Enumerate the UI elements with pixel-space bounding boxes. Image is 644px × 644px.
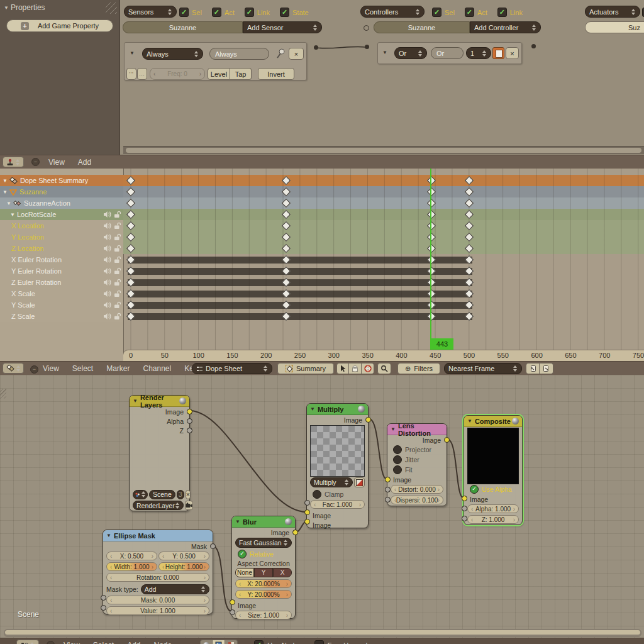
- keyframe-diamond[interactable]: [465, 289, 474, 298]
- node-row-pill[interactable]: Distort: 0.000: [391, 485, 443, 495]
- projector-checkbox[interactable]: [393, 445, 402, 454]
- node-socket-yellow[interactable]: [385, 477, 391, 482]
- node-socket-yellow[interactable]: [365, 417, 371, 423]
- keyframe-diamond[interactable]: [282, 255, 291, 264]
- mask-type-dropdown[interactable]: Add: [141, 584, 209, 594]
- keyframe-diamond[interactable]: [126, 187, 135, 196]
- keyframe-diamond[interactable]: [465, 187, 474, 196]
- channel-suzanneaction[interactable]: ▼SuzanneAction: [0, 197, 123, 209]
- menu-select[interactable]: Select: [93, 641, 114, 644]
- node-lens[interactable]: ▼Lens DistortionImageProjectorJitterFitI…: [387, 423, 447, 506]
- controller-type-dropdown[interactable]: Or: [394, 47, 427, 59]
- node-row-pill[interactable]: Size: 1.000: [235, 611, 292, 621]
- node-row-check[interactable]: ✓Use Alpha: [464, 484, 522, 494]
- keyframe-diamond[interactable]: [126, 267, 135, 275]
- current-frame-line[interactable]: [430, 169, 431, 350]
- controller-input-socket[interactable]: [365, 45, 369, 49]
- aspect-x-button[interactable]: X: [273, 568, 292, 577]
- node-socket-gray[interactable]: [230, 609, 235, 615]
- keyframe-diamond[interactable]: [126, 312, 135, 321]
- lock-icon[interactable]: [114, 211, 121, 218]
- keyframe-diamond[interactable]: [126, 210, 135, 219]
- keyframe-diamond[interactable]: [126, 244, 135, 253]
- node-row-check[interactable]: Fit: [387, 465, 447, 475]
- value-slider[interactable]: Z: 1.000: [467, 515, 519, 524]
- free-unused-checkbox[interactable]: ✓: [314, 640, 324, 644]
- node-composite[interactable]: ▼Composite✓Use AlphaImageAlpha: 1.000Z: …: [464, 415, 523, 525]
- node-row-pillanim[interactable]: Y: 20.000%: [235, 590, 292, 600]
- controller-brick-or[interactable]: ▼ Or Or 1 ×: [377, 42, 522, 64]
- controller-state-icon[interactable]: [492, 47, 504, 59]
- camera-icon[interactable]: [185, 501, 193, 510]
- value-slider[interactable]: Y: 20.000%: [235, 590, 292, 599]
- header-collapse-circle[interactable]: [47, 641, 55, 644]
- node-row-checker[interactable]: [307, 425, 368, 477]
- node-socket-yellow[interactable]: [292, 530, 298, 535]
- keyframe-diamond[interactable]: [282, 176, 291, 185]
- collapse-triangle-icon[interactable]: ▼: [133, 398, 138, 404]
- keyframe-diamond[interactable]: [126, 221, 135, 230]
- paste-keyframes-button[interactable]: [540, 363, 553, 374]
- shader-nodes-toggle[interactable]: [200, 640, 213, 644]
- mute-speaker-icon[interactable]: [103, 267, 111, 275]
- sensor-output-socket[interactable]: [314, 45, 318, 50]
- mute-speaker-icon[interactable]: [103, 313, 111, 320]
- node-row-out[interactable]: Image: [232, 528, 295, 537]
- node-socket-gray[interactable]: [101, 595, 106, 601]
- value-slider[interactable]: Height: 1.000: [158, 562, 209, 571]
- node-row-pill[interactable]: Value: 1.000: [106, 606, 209, 616]
- aspect-none-button[interactable]: None: [235, 568, 254, 577]
- node-row-pill[interactable]: Rotation: 0.000: [106, 573, 209, 583]
- node-ellipse[interactable]: ▼Ellipse MaskMaskX: 0.500Y: 0.500Width: …: [103, 530, 213, 614]
- node-socket-yellow[interactable]: [304, 519, 310, 525]
- node-socket-yellow[interactable]: [462, 496, 467, 501]
- keyframe-diamond[interactable]: [465, 210, 474, 219]
- channel-z-euler-rotation[interactable]: Z Euler Rotation: [0, 277, 123, 288]
- jitter-checkbox[interactable]: [393, 455, 402, 464]
- expand-triangle-icon[interactable]: ▼: [10, 212, 15, 218]
- menu-view[interactable]: View: [48, 158, 65, 167]
- editor-type-button[interactable]: [16, 640, 39, 644]
- channel-y-scale[interactable]: Y Scale: [0, 299, 123, 311]
- node-row-pill[interactable]: Z: 1.000: [467, 515, 519, 525]
- node-multiply[interactable]: ▼MultiplyImageMultiplyClampFac: 1.000Ima…: [306, 403, 369, 528]
- node-row-in[interactable]: Image: [307, 520, 368, 530]
- node-socket-gray[interactable]: [304, 500, 310, 506]
- node-row-pill[interactable]: Mask: 0.000: [106, 596, 209, 606]
- value-slider[interactable]: Rotation: 0.000: [106, 573, 209, 582]
- controller-output-socket[interactable]: [531, 44, 536, 48]
- keyframe-diamond[interactable]: [282, 289, 291, 298]
- node-socket-yellow[interactable]: [230, 599, 235, 605]
- collapse-triangle-icon[interactable]: ▼: [310, 406, 315, 412]
- node-socket-gray[interactable]: [101, 605, 106, 611]
- lock-icon[interactable]: [114, 256, 121, 264]
- clamp-checkbox[interactable]: [313, 490, 321, 499]
- keyframe-diamond[interactable]: [282, 210, 291, 219]
- channel-x-location[interactable]: X Location: [0, 220, 123, 231]
- keyframe-diamond[interactable]: [282, 233, 291, 242]
- keyframe-diamond[interactable]: [465, 176, 474, 185]
- editor-type-button[interactable]: [3, 363, 24, 374]
- menu-add[interactable]: Add: [127, 641, 140, 644]
- value-slider[interactable]: X: 20.000%: [235, 579, 292, 588]
- channel-suzanne[interactable]: ▼Suzanne: [0, 186, 123, 197]
- use-nodes-checkbox[interactable]: ✓: [254, 640, 264, 644]
- node-row-pill[interactable]: Fac: 1.000: [310, 500, 365, 510]
- keyframe-diamond[interactable]: [126, 176, 135, 185]
- node-row-pill[interactable]: Alpha: 1.000: [467, 504, 519, 514]
- node-socket-gray[interactable]: [187, 428, 192, 433]
- node-header[interactable]: ▼Blur: [232, 516, 295, 528]
- node-socket-gray[interactable]: [385, 497, 391, 502]
- value-slider[interactable]: Fac: 1.000: [310, 500, 365, 509]
- mute-speaker-icon[interactable]: [103, 211, 111, 218]
- collapse-triangle-icon[interactable]: ▼: [235, 519, 240, 525]
- collapse-triangle-icon[interactable]: ▼: [467, 418, 472, 424]
- node-row-black[interactable]: [464, 428, 522, 484]
- node-editor[interactable]: ▼Render LayersImageAlphaZScene3×RenderLa…: [0, 375, 644, 644]
- keyframe-diamond[interactable]: [465, 312, 474, 321]
- keyframe-diamond[interactable]: [465, 199, 474, 208]
- node-header[interactable]: ▼Multiply: [307, 404, 368, 415]
- controller-close-button[interactable]: ×: [506, 47, 519, 59]
- keyframe-diamond[interactable]: [282, 221, 291, 230]
- keyframe-diamond[interactable]: [126, 199, 135, 208]
